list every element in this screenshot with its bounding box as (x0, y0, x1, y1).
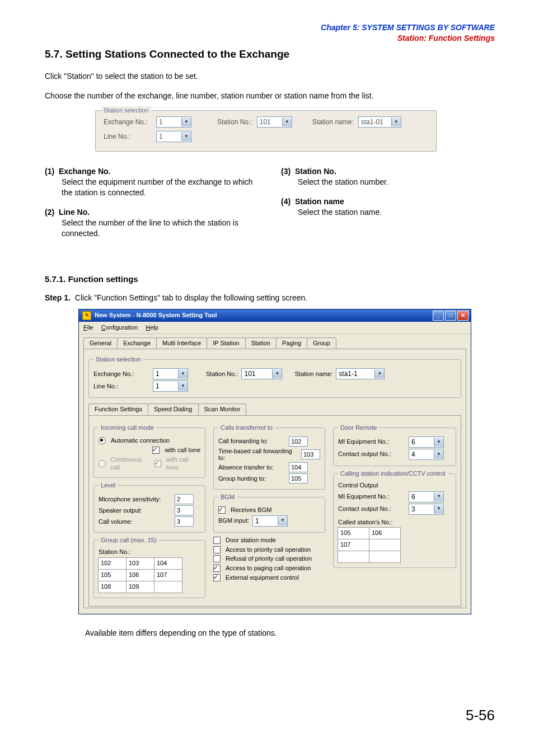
group-call-cell[interactable]: 106 (126, 569, 154, 581)
menu-help[interactable]: Help (146, 323, 158, 332)
called-station-cell[interactable]: 107 (338, 539, 369, 551)
group-call-cell[interactable]: 102 (98, 557, 127, 570)
cctv-control-group: Calling station indication/CCTV control … (333, 469, 456, 569)
group-hunting-input[interactable]: 105 (289, 473, 308, 483)
group-call-cell[interactable]: 104 (154, 557, 182, 570)
speaker-output-input[interactable]: 3 (175, 505, 194, 515)
called-station-cell[interactable] (369, 551, 401, 563)
station-no-combo[interactable]: 101 ▼ (257, 116, 292, 128)
radio-automatic-connection[interactable] (99, 437, 106, 444)
called-station-cell[interactable]: 105 (338, 527, 369, 539)
call-volume-label: Call volume: (99, 518, 171, 526)
group-call-cell[interactable] (154, 581, 182, 593)
exchange-no-combo[interactable]: 1▼ (153, 368, 188, 379)
chevron-down-icon: ▼ (181, 118, 191, 126)
chevron-down-icon: ▼ (434, 492, 443, 501)
title-bar: ✎ New System - N-8000 System Setting Too… (79, 309, 471, 322)
checkbox-access-paging-call[interactable] (213, 565, 221, 572)
chevron-down-icon: ▼ (181, 132, 191, 141)
tab-multi-interface[interactable]: Multi Interface (156, 337, 207, 349)
checkbox-with-call-tone-cont (154, 460, 162, 467)
station-name-label: Station name: (312, 118, 354, 126)
speaker-output-label: Speaker output: (99, 506, 171, 515)
called-station-cell[interactable]: 106 (369, 527, 401, 539)
chevron-down-icon: ▼ (391, 118, 401, 126)
group-call-group: Group call (max. 15) Station No.: 102 10… (93, 536, 205, 598)
main-tabs: General Exchange Multi Interface IP Stat… (83, 337, 466, 350)
time-based-input[interactable]: 103 (301, 449, 320, 459)
bgm-input-combo[interactable]: 1▼ (252, 515, 288, 527)
chevron-down-icon: ▼ (178, 382, 188, 391)
chevron-down-icon: ▼ (434, 450, 443, 459)
call-volume-input[interactable]: 3 (175, 516, 194, 527)
chevron-down-icon: ▼ (178, 369, 188, 378)
def-station-name-body: Select the station name. (298, 207, 495, 218)
call-forwarding-input[interactable]: 102 (289, 436, 308, 447)
page-number: 5-56 (45, 706, 495, 725)
footnote: Available item differs depending on the … (85, 628, 495, 638)
exchange-no-combo[interactable]: 1 ▼ (156, 116, 191, 128)
line-no-combo[interactable]: 1 ▼ (156, 131, 191, 142)
subtab-speed-dialing[interactable]: Speed Dialing (148, 403, 199, 415)
door-contact-output-combo[interactable]: 4▼ (409, 449, 444, 460)
checkbox-external-equipment-control[interactable] (213, 574, 221, 581)
tab-exchange[interactable]: Exchange (117, 337, 157, 349)
checkbox-refusal-priority-call[interactable] (213, 555, 221, 562)
station-no-label: Station No.: (217, 118, 252, 126)
call-forwarding-label: Call forwarding to: (218, 437, 285, 445)
station-no-combo[interactable]: 101▼ (241, 368, 282, 379)
chevron-down-icon: ▼ (282, 118, 292, 126)
line-no-combo[interactable]: 1▼ (153, 381, 188, 392)
checkbox-access-priority-call[interactable] (213, 546, 221, 553)
menu-bar: File Configuration Help (79, 322, 471, 334)
station-selection-group: Station selection Exchange No.: 1▼ Stati… (88, 355, 461, 398)
menu-file[interactable]: File (83, 323, 93, 332)
station-name-combo[interactable]: sta1-1▼ (336, 368, 385, 379)
minimize-button[interactable]: _ (433, 311, 444, 321)
tab-paging[interactable]: Paging (276, 337, 307, 349)
level-group: Level Microphone sensitivity:2 Speaker o… (93, 481, 205, 533)
def-exchange-no-body: Select the equipment number of the excha… (62, 177, 259, 198)
chapter-header: Chapter 5: SYSTEM SETTINGS BY SOFTWARE S… (45, 22, 495, 44)
station-name-combo[interactable]: sta1-01 ▼ (358, 116, 401, 128)
called-station-cell[interactable] (338, 551, 369, 563)
checkbox-door-station-mode[interactable] (213, 537, 221, 544)
group-call-cell[interactable]: 108 (98, 581, 127, 593)
tab-ip-station[interactable]: IP Station (207, 337, 246, 349)
tab-station[interactable]: Station (245, 337, 277, 349)
group-call-cell[interactable]: 107 (154, 569, 182, 581)
def-station-no-body: Select the station number. (298, 177, 495, 187)
group-call-cell[interactable]: 103 (126, 557, 154, 570)
close-button[interactable]: ✕ (457, 311, 469, 321)
called-station-cell[interactable] (369, 539, 401, 551)
sub-tabs: Function Settings Speed Dialing Scan Mon… (88, 403, 461, 416)
absence-transfer-input[interactable]: 104 (289, 462, 308, 472)
mic-sensitivity-input[interactable]: 2 (175, 494, 194, 504)
cctv-contact-output-combo[interactable]: 3▼ (409, 504, 444, 515)
maximize-button[interactable]: □ (445, 311, 456, 321)
line-no-label: Line No.: (104, 132, 152, 141)
subtab-scan-monitor[interactable]: Scan Monitor (198, 403, 247, 415)
definitions-block: (1) Exchange No. Select the equipment nu… (45, 166, 495, 247)
group-call-cell[interactable]: 105 (98, 569, 127, 581)
step-1-text: Click "Function Settings" tab to display… (75, 293, 307, 302)
door-mi-equipment-combo[interactable]: 6▼ (409, 436, 444, 448)
menu-configuration[interactable]: Configuration (101, 323, 138, 332)
app-window: ✎ New System - N-8000 System Setting Too… (78, 309, 471, 614)
checkbox-with-call-tone-auto[interactable] (152, 447, 160, 454)
group-call-cell[interactable]: 109 (126, 581, 154, 593)
calls-transferred-group: Calls transferred to Call forwarding to:… (213, 424, 325, 490)
chevron-down-icon: ▼ (278, 516, 287, 525)
radio-continuous-call[interactable] (99, 460, 106, 467)
door-contact-output-label: Contact output No.: (338, 450, 405, 458)
mic-sensitivity-label: Microphone sensitivity: (99, 495, 171, 504)
chapter-title: Chapter 5: SYSTEM SETTINGS BY SOFTWARE (45, 22, 495, 33)
station-selection-fieldset: Station selection Exchange No.: 1 ▼ Stat… (95, 110, 437, 152)
checkbox-receives-bgm[interactable] (218, 506, 226, 514)
subtab-function-settings[interactable]: Function Settings (88, 403, 148, 415)
tab-group[interactable]: Group (307, 337, 336, 349)
cctv-mi-equipment-combo[interactable]: 6▼ (409, 491, 444, 503)
tab-general[interactable]: General (83, 337, 118, 349)
chevron-down-icon: ▼ (434, 438, 443, 447)
called-station-no-label: Called station's No.: (338, 518, 451, 527)
